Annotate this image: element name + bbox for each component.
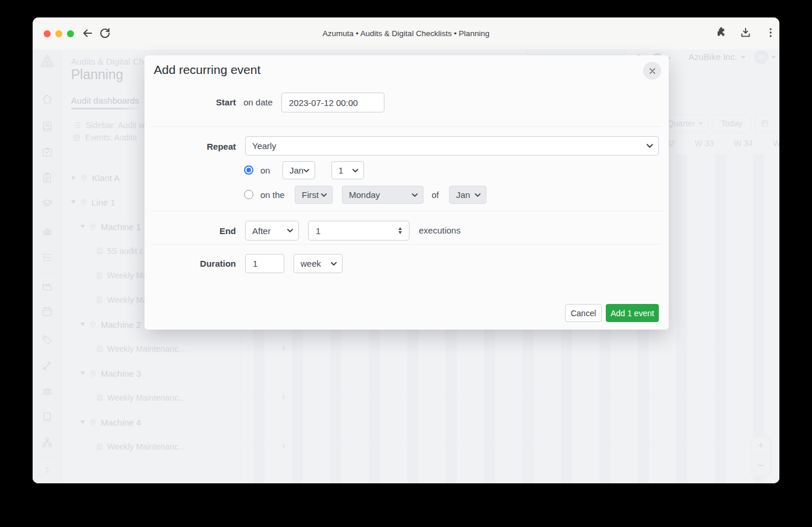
app-area: Audits & Digital Checklists Planning Ope… <box>33 49 779 483</box>
of-month-value: Jan <box>456 190 470 200</box>
browser-menu-icon[interactable] <box>764 26 778 40</box>
executions-label: executions <box>419 225 461 235</box>
executions-count-input[interactable]: 1 <box>308 221 409 240</box>
page-title-bar: Azumuta • Audits & Digital Checklists • … <box>33 29 779 38</box>
on-day-value: 1 <box>338 165 343 175</box>
executions-count-value: 1 <box>316 226 320 236</box>
start-date-input[interactable]: 2023-07-12 00:00 <box>281 93 384 112</box>
chevron-down-icon <box>475 193 481 197</box>
section-divider <box>151 211 662 211</box>
chevron-down-icon <box>331 262 337 266</box>
add-recurring-event-modal: Add recurring event Start on date 2023-0… <box>144 55 669 330</box>
weekday-value: Monday <box>349 190 380 200</box>
start-label: Start <box>144 97 236 107</box>
chevron-down-icon <box>647 144 653 148</box>
weekday-select[interactable]: Monday <box>342 186 423 204</box>
chevron-down-icon <box>303 169 309 172</box>
repeat-label: Repeat <box>144 142 236 151</box>
ordinal-value: First <box>302 190 319 200</box>
repeat-select[interactable]: Yearly <box>245 136 659 155</box>
on-label: on <box>260 165 270 175</box>
on-month-select[interactable]: Jan <box>283 161 315 179</box>
chevron-down-icon <box>352 169 358 172</box>
close-icon[interactable] <box>643 62 661 80</box>
repeat-value: Yearly <box>252 141 276 151</box>
duration-unit-select[interactable]: week <box>294 254 343 273</box>
number-spinner[interactable] <box>398 227 402 234</box>
add-event-button[interactable]: Add 1 event <box>606 304 659 322</box>
duration-unit-value: week <box>301 259 321 268</box>
of-month-select[interactable]: Jan <box>449 186 486 204</box>
duration-label: Duration <box>144 259 236 268</box>
repeat-on-date-radio[interactable] <box>244 165 253 175</box>
duration-value-input[interactable]: 1 <box>245 254 284 273</box>
on-month-value: Jan <box>290 165 303 175</box>
download-icon[interactable] <box>739 26 753 40</box>
end-mode-value: After <box>252 226 271 236</box>
section-divider <box>151 244 662 245</box>
end-mode-select[interactable]: After <box>245 221 299 240</box>
section-divider <box>151 126 662 127</box>
on-day-select[interactable]: 1 <box>331 161 364 179</box>
repeat-on-the-radio[interactable] <box>244 190 253 199</box>
end-label: End <box>144 226 236 236</box>
on-the-label: on the <box>260 190 285 200</box>
browser-window: Azumuta • Audits & Digital Checklists • … <box>33 17 779 483</box>
of-label: of <box>432 190 439 200</box>
browser-titlebar: Azumuta • Audits & Digital Checklists • … <box>33 17 779 50</box>
chevron-down-icon <box>321 193 327 197</box>
start-prefix: on date <box>243 97 273 107</box>
modal-title: Add recurring event <box>154 63 260 77</box>
chevron-down-icon <box>287 229 293 232</box>
extensions-icon[interactable] <box>714 26 728 40</box>
chevron-down-icon <box>412 193 418 197</box>
ordinal-select[interactable]: First <box>295 186 333 204</box>
cancel-button[interactable]: Cancel <box>565 304 602 322</box>
